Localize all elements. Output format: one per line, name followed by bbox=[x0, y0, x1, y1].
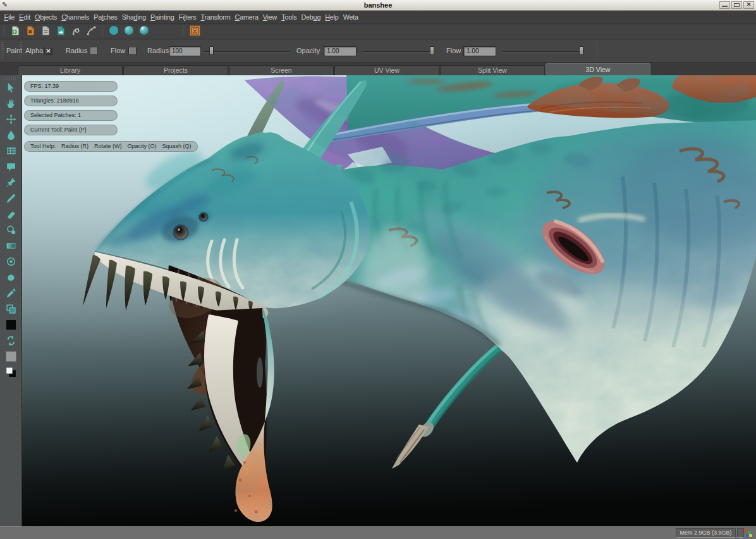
flow-slider[interactable] bbox=[503, 51, 585, 53]
tool-pin-tool[interactable] bbox=[0, 176, 21, 192]
menu-filters[interactable]: Filters bbox=[176, 11, 198, 23]
paint-toolbar: Paint Alpha ✕ Radius Flow Radius 100 Opa… bbox=[0, 40, 756, 63]
tool-fg-bg-swatches[interactable] bbox=[0, 366, 21, 381]
tool-paint-drop-tool[interactable] bbox=[0, 128, 21, 144]
toolbar-btn-curve-tool[interactable] bbox=[83, 25, 99, 38]
tool-smear-tool[interactable] bbox=[0, 271, 21, 287]
pin-tool-icon bbox=[6, 177, 16, 190]
tool-swap-colors[interactable] bbox=[0, 334, 21, 350]
minimize-icon bbox=[722, 6, 728, 7]
radius-slider[interactable] bbox=[204, 51, 290, 53]
viewport-3d[interactable]: FPS: 17.39Triangles: 2180916Selected Pat… bbox=[22, 75, 756, 526]
eraser-tool-icon bbox=[6, 209, 16, 222]
maximize-button[interactable] bbox=[731, 1, 742, 9]
tool-patch-grid-tool[interactable] bbox=[0, 144, 21, 160]
window-title: banshee bbox=[0, 1, 756, 9]
tool-swatch-gray[interactable] bbox=[0, 350, 21, 366]
toolbar-btn-new-project[interactable] bbox=[8, 25, 23, 38]
toolbar-handle[interactable] bbox=[3, 26, 5, 37]
main-toolbar bbox=[0, 25, 756, 39]
menu-shading[interactable]: Shading bbox=[119, 11, 148, 23]
opacity-slider-knob[interactable] bbox=[430, 46, 434, 55]
menu-painting[interactable]: Painting bbox=[149, 11, 176, 23]
swatch-gray-icon bbox=[6, 351, 16, 364]
tool-transform-tool[interactable] bbox=[0, 113, 21, 128]
hud-tool-help: Tool Help:Radius (R)Rotate (W)Opacity (O… bbox=[24, 141, 198, 152]
swap-colors-icon bbox=[6, 335, 16, 349]
hud-selected-patches-1: Selected Patches: 1 bbox=[24, 110, 118, 121]
tool-swatch-black[interactable] bbox=[0, 318, 21, 334]
toolbar-btn-import-project[interactable] bbox=[53, 25, 68, 38]
radius-toggle-checkbox[interactable] bbox=[90, 47, 98, 55]
tool-help-label: Tool Help: bbox=[30, 143, 56, 149]
tool-radial-gradient-tool[interactable] bbox=[0, 255, 21, 271]
radius-slider-knob[interactable] bbox=[209, 46, 214, 55]
tool-select-tool[interactable] bbox=[0, 81, 21, 97]
menu-objects[interactable]: Objects bbox=[32, 11, 59, 23]
opacity-input[interactable]: 1.00 bbox=[324, 46, 357, 56]
paintbar-handle[interactable] bbox=[20, 42, 22, 59]
tab-projects[interactable]: Projects bbox=[123, 65, 228, 75]
menu-tools[interactable]: Tools bbox=[279, 11, 299, 23]
menu-file[interactable]: File bbox=[2, 11, 17, 23]
menu-view[interactable]: View bbox=[260, 11, 279, 23]
patch-grid-tool-icon bbox=[6, 146, 16, 159]
opacity-slider[interactable] bbox=[363, 51, 433, 53]
tab-uv-view[interactable]: UV View bbox=[334, 65, 439, 75]
tool-eyedropper-tool[interactable] bbox=[0, 287, 21, 302]
gpu-status-icon bbox=[744, 530, 752, 538]
hud-current-tool-paint-p-: Current Tool: Paint (P) bbox=[24, 125, 118, 135]
status-spacer-field bbox=[737, 528, 744, 538]
tool-clone-stamp-tool[interactable] bbox=[0, 223, 21, 239]
fg-bg-swatches-icon bbox=[6, 367, 16, 380]
flow-slider-knob[interactable] bbox=[579, 46, 583, 55]
tool-gradient-tool[interactable] bbox=[0, 239, 21, 255]
toolbar-btn-shading-basic[interactable] bbox=[121, 25, 137, 38]
tab-screen[interactable]: Screen bbox=[229, 65, 334, 75]
flow-input[interactable]: 1.00 bbox=[463, 46, 496, 56]
sidebar-handle[interactable] bbox=[4, 77, 17, 80]
tab-library[interactable]: Library bbox=[18, 65, 123, 75]
close-button[interactable]: ✕ bbox=[743, 1, 754, 9]
alpha-checkbox[interactable]: ✕ bbox=[44, 47, 52, 55]
save-project-icon bbox=[40, 25, 51, 39]
menu-patches[interactable]: Patches bbox=[92, 11, 120, 23]
toolbar-btn-save-project[interactable] bbox=[38, 25, 53, 38]
toolbar-btn-close-project[interactable] bbox=[23, 25, 38, 38]
radius-input[interactable]: 100 bbox=[169, 46, 201, 56]
swatch-black-icon bbox=[6, 319, 16, 333]
menu-channels[interactable]: Channels bbox=[59, 11, 92, 23]
tool-help-item: Squash (Q) bbox=[162, 143, 192, 149]
tab-split-view[interactable]: Split View bbox=[440, 65, 545, 75]
titlebar[interactable]: ✎ banshee ✕ bbox=[0, 0, 756, 11]
menu-debug[interactable]: Debug bbox=[299, 11, 323, 23]
tool-copy-patch-tool[interactable] bbox=[0, 302, 21, 318]
tool-annotate-tool[interactable] bbox=[0, 160, 21, 176]
toolbar-handle[interactable] bbox=[101, 26, 104, 37]
flow-toggle-checkbox[interactable] bbox=[128, 47, 137, 55]
minimize-button[interactable] bbox=[719, 1, 730, 9]
toolbar-btn-path-tool[interactable] bbox=[68, 25, 83, 38]
menu-weta[interactable]: Weta bbox=[341, 11, 360, 23]
new-project-icon bbox=[10, 25, 21, 39]
tool-pencil-tool[interactable] bbox=[0, 192, 21, 208]
tool-eraser-tool[interactable] bbox=[0, 208, 21, 223]
tool-pan-tool[interactable] bbox=[0, 97, 21, 113]
paintbar-handle[interactable] bbox=[1, 42, 4, 59]
copy-patch-tool-icon bbox=[6, 304, 16, 317]
tab-3d-view[interactable]: 3D View bbox=[546, 63, 650, 75]
shading-full-icon bbox=[138, 25, 150, 39]
menu-transform[interactable]: Transform bbox=[198, 11, 233, 23]
toolbar-handle[interactable] bbox=[182, 26, 185, 37]
toolbar-btn-shading-full[interactable] bbox=[137, 25, 152, 38]
radial-gradient-tool-icon bbox=[6, 256, 16, 270]
toolbar-btn-snapshot[interactable] bbox=[187, 25, 202, 38]
viewport-hud: FPS: 17.39Triangles: 2180916Selected Pat… bbox=[24, 81, 198, 152]
flow-toggle-label: Flow bbox=[111, 47, 125, 54]
menu-bar: FileEditObjectsChannelsPatchesShadingPai… bbox=[0, 11, 756, 24]
menu-edit[interactable]: Edit bbox=[17, 11, 33, 23]
menu-camera[interactable]: Camera bbox=[233, 11, 260, 23]
close-icon: ✕ bbox=[744, 1, 753, 8]
menu-help[interactable]: Help bbox=[323, 11, 341, 23]
toolbar-btn-shading-flat[interactable] bbox=[106, 25, 121, 38]
